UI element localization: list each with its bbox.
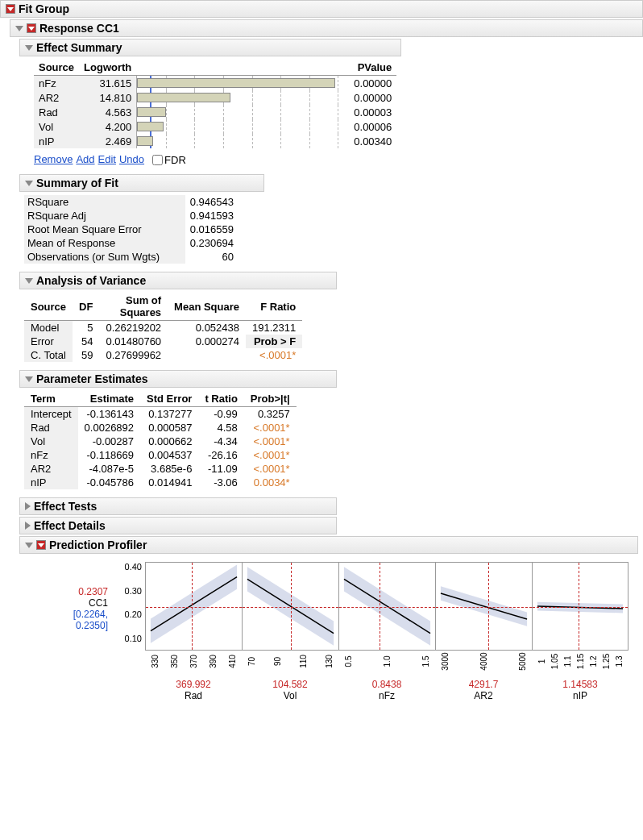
x-tick: 1.5 [421,656,430,667]
y-tick: 0.20 [125,609,142,619]
table-row: nIP2.4690.00340 [34,134,396,148]
estimate-cell: -0.118669 [78,448,140,462]
estimate-cell: -0.00287 [78,435,140,448]
estimate-cell: -4.087e-5 [78,462,140,476]
table-row: nIP-0.0457860.014941-3.060.0034* [24,476,297,489]
source-cell: Vol [34,119,79,134]
anova-header[interactable]: Analysis of Variance [19,272,337,289]
summary-of-fit-header[interactable]: Summary of Fit [19,174,264,192]
sof-label: Root Mean Square Error [24,222,185,236]
x-tick: 1.0 [383,656,392,667]
effect-tests-header[interactable]: Effect Tests [19,497,337,515]
effect-tests-title: Effect Tests [34,500,97,513]
table-row: Root Mean Square Error0.016559 [24,222,242,236]
table-row: Rad0.00268920.0005874.58<.0001* [24,421,297,435]
profiler-cell-AR2[interactable]: 3000400050004291.7AR2 [435,562,532,701]
logworth-cell: 14.810 [79,90,136,105]
term-cell: Vol [24,435,78,448]
svg-line-3 [441,593,527,619]
effect-summary-table: SourceLogworthPValuenFz31.6150.00000AR21… [34,60,396,148]
profiler-x-value[interactable]: 104.582 [242,679,338,690]
profiler-x-axis: 300040005000 [435,651,532,679]
term-cell: Rad [24,421,78,435]
fit-group-title: Fit Group [19,2,69,15]
table-row: nFz31.6150.00000 [34,76,396,91]
param-est-table: TermEstimateStd Errort RatioProb>|t|Inte… [24,391,297,489]
profiler-plot[interactable] [338,562,435,651]
sof-label: RSquare Adj [24,209,185,222]
logworth-bar [136,76,338,91]
profiler-x-value[interactable]: 4291.7 [435,679,532,690]
profiler-x-label: nIP [532,690,628,701]
table-row: Intercept-0.1361430.137277-0.990.3257 [24,407,297,422]
menu-icon[interactable] [27,23,36,33]
prob-cell: <.0001* [244,448,297,462]
profiler-plot[interactable] [145,562,242,651]
disclosure-open-icon[interactable] [15,26,23,31]
response-title: Response CC1 [39,22,119,35]
add-link[interactable]: Add [76,153,94,165]
remove-link[interactable]: Remove [34,153,73,165]
disclosure-closed-icon[interactable] [25,522,31,530]
tratio-cell: -0.99 [198,407,243,422]
y-tick: 0.30 [125,586,142,596]
disclosure-open-icon[interactable] [25,376,33,382]
profiler-x-label: AR2 [435,690,532,701]
effect-details-header[interactable]: Effect Details [19,517,337,534]
profiler-plot[interactable] [242,562,338,651]
profiler-cell-Rad[interactable]: 330350370390410369.992Rad [145,562,242,701]
x-tick: 110 [299,655,308,668]
profiler-cell-nIP[interactable]: 11.051.11.151.21.251.31.14583nIP [532,562,628,701]
x-tick: 1.15 [576,654,585,669]
profiler-cell-nFz[interactable]: 0.51.01.50.8438nFz [338,562,435,701]
logworth-bar [136,90,338,105]
source-cell: AR2 [34,90,79,105]
df-cell: 5 [73,321,99,335]
disclosure-open-icon[interactable] [25,543,33,548]
prediction-profiler-header[interactable]: Prediction Profiler [19,536,638,554]
df-cell: 54 [73,335,99,348]
prob-f-value: <.0001* [246,348,302,362]
logworth-cell: 4.200 [79,119,136,134]
source-cell: C. Total [24,348,73,362]
undo-link[interactable]: Undo [119,153,144,165]
disclosure-open-icon[interactable] [25,181,33,186]
fdr-checkbox[interactable] [152,155,163,165]
profiler-pred-value: 0.2307 [32,586,108,597]
disclosure-open-icon[interactable] [25,278,33,284]
sof-label: Mean of Response [24,236,185,250]
prob-cell: <.0001* [244,435,297,448]
profiler-x-value[interactable]: 1.14583 [532,679,628,690]
profiler-cell-Vol[interactable]: 7090110130104.582Vol [242,562,338,701]
pvalue-cell: 0.00006 [338,119,396,134]
menu-icon[interactable] [6,4,15,14]
effect-summary-title: Effect Summary [36,41,122,54]
anova-table: SourceDFSum of SquaresMean SquareF Ratio… [24,293,302,362]
edit-link[interactable]: Edit [98,153,116,165]
x-tick: 70 [247,657,256,666]
sof-label: Observations (or Sum Wgts) [24,250,185,264]
profiler-plot[interactable] [435,562,532,651]
x-tick: 5000 [518,652,527,670]
menu-icon[interactable] [36,540,46,550]
profiler-x-value[interactable]: 0.8438 [338,679,435,690]
sof-value: 0.946543 [185,195,242,209]
pvalue-cell: 0.00000 [338,76,396,91]
profiler-x-value[interactable]: 369.992 [145,679,242,690]
table-row: Error540.014807600.000274Prob > F [24,335,302,348]
profiler-plot[interactable] [532,562,628,651]
table-row: Observations (or Sum Wgts)60 [24,250,242,264]
response-header[interactable]: Response CC1 [10,19,643,37]
effect-summary-header[interactable]: Effect Summary [19,39,401,56]
table-row: RSquare0.946543 [24,195,242,209]
profiler-x-axis: 7090110130 [242,651,338,679]
disclosure-open-icon[interactable] [25,45,33,51]
summary-of-fit-title: Summary of Fit [36,177,118,189]
param-est-title: Parameter Estimates [36,372,148,385]
fit-group-header[interactable]: Fit Group [0,0,643,18]
param-est-header[interactable]: Parameter Estimates [19,370,337,388]
sof-label: RSquare [24,195,185,209]
tratio-cell: 4.58 [198,421,243,435]
disclosure-closed-icon[interactable] [25,502,31,510]
x-tick: 1.05 [550,654,559,669]
